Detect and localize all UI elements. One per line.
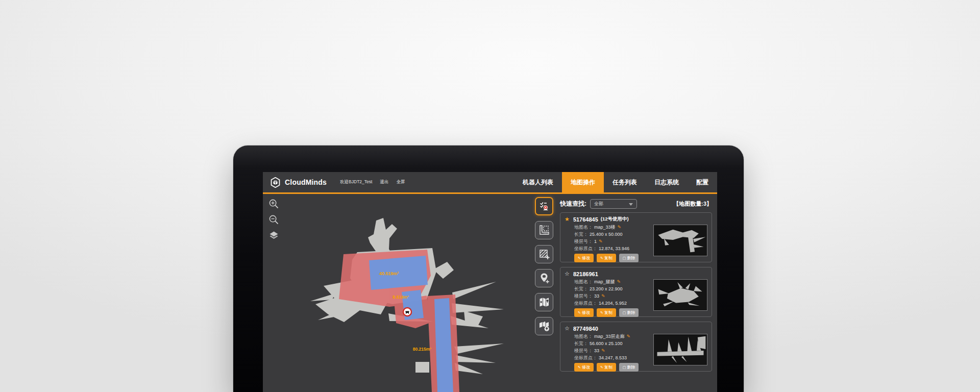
map-status: (12号使用中) xyxy=(601,216,629,223)
floor-value: 33 xyxy=(594,348,599,353)
zone-area-label-3: 80.215m² xyxy=(413,347,432,352)
star-hollow-icon[interactable]: ☆ xyxy=(565,326,570,331)
map-size-value: 25.400 x 50.000 xyxy=(590,232,623,237)
page-background: CloudMinds 欢迎BJDT2_Test 退出 全屏 机器人列表 地图操作… xyxy=(0,0,980,392)
occupancy-map[interactable]: 40.519m² 8.614m² 80.215m² xyxy=(263,194,532,392)
nav-tabs: 机器人列表 地图操作 任务列表 日志系统 配置 xyxy=(514,172,717,192)
tab-robot-list[interactable]: 机器人列表 xyxy=(514,172,562,192)
pencil-icon: ✎ xyxy=(600,311,603,315)
floor-value: 33 xyxy=(594,293,599,299)
map-upload-icon xyxy=(538,320,550,332)
origin-value: 14.204, 5.952 xyxy=(599,301,627,306)
tab-map-operation[interactable]: 地图操作 xyxy=(562,172,604,192)
pencil-icon: ✎ xyxy=(600,256,603,260)
zoom-in-icon[interactable] xyxy=(268,198,279,209)
cloudminds-logo-icon xyxy=(270,177,281,188)
delete-icon: ▢ xyxy=(623,365,626,370)
tool-map-annotate[interactable] xyxy=(535,293,553,311)
map-zoom-controls xyxy=(268,198,279,241)
map-filter-select[interactable]: 全部 xyxy=(590,199,637,209)
zoom-out-icon[interactable] xyxy=(268,214,279,225)
map-tools-column xyxy=(532,194,556,392)
map-name-value: map_33层走廊 xyxy=(594,333,625,340)
pencil-icon: ✎ xyxy=(578,365,581,370)
tool-task-point-list[interactable] xyxy=(535,197,553,215)
tab-log-system[interactable]: 日志系统 xyxy=(646,172,688,192)
map-thumbnail[interactable] xyxy=(653,334,707,365)
copy-map-button[interactable]: ✎复制 xyxy=(597,254,616,262)
tab-settings[interactable]: 配置 xyxy=(688,172,717,192)
tool-measure-area[interactable] xyxy=(535,221,553,239)
task-point-list-icon xyxy=(538,200,550,212)
map-filter-value: 全部 xyxy=(594,201,603,207)
layers-icon[interactable] xyxy=(268,230,279,241)
star-hollow-icon[interactable]: ☆ xyxy=(565,271,570,277)
map-list-panel: 快速查找: 全部 【地图数量:3】 ★ 51764845 (12号使用中) xyxy=(556,194,717,392)
copy-map-button[interactable]: ✎复制 xyxy=(597,308,616,317)
map-size-value: 56.600 x 25.100 xyxy=(590,341,623,346)
virtual-wall-add-icon xyxy=(538,248,550,260)
tool-point-add[interactable] xyxy=(535,269,553,287)
map-id: 82186961 xyxy=(573,271,598,277)
map-canvas[interactable]: 40.519m² 8.614m² 80.215m² xyxy=(263,194,532,392)
delete-map-button[interactable]: ▢删除 xyxy=(619,254,639,262)
tool-map-upload[interactable] xyxy=(535,317,553,335)
brand-name: CloudMinds xyxy=(285,178,327,186)
map-size-value: 23.200 x 22.900 xyxy=(590,286,623,291)
edit-pencil-icon[interactable]: ✎ xyxy=(599,239,603,244)
map-card-82186961: ☆ 82186961 地图名：map_腿腿✎ 长宽：23.200 x 22.90… xyxy=(560,267,712,317)
origin-value: 34.247, 8.533 xyxy=(599,355,627,360)
chevron-down-icon xyxy=(629,203,633,206)
top-navbar: CloudMinds 欢迎BJDT2_Test 退出 全屏 机器人列表 地图操作… xyxy=(263,172,717,192)
fullscreen-link[interactable]: 全屏 xyxy=(396,179,405,185)
edit-pencil-icon[interactable]: ✎ xyxy=(617,279,621,284)
map-count-badge: 【地图数量:3】 xyxy=(673,200,712,208)
laptop-mockup: CloudMinds 欢迎BJDT2_Test 退出 全屏 机器人列表 地图操作… xyxy=(233,145,744,392)
pencil-icon: ✎ xyxy=(600,365,603,370)
welcome-text: 欢迎BJDT2_Test xyxy=(340,179,372,185)
delete-map-button[interactable]: ▢删除 xyxy=(619,308,639,317)
logout-link[interactable]: 退出 xyxy=(380,179,388,185)
zone-area-label-1: 40.519m² xyxy=(379,271,399,276)
pencil-icon: ✎ xyxy=(578,256,581,260)
edit-pencil-icon[interactable]: ✎ xyxy=(627,334,631,339)
map-card-51764845: ★ 51764845 (12号使用中) 地图名：map_33楼✎ 长宽：25.4… xyxy=(560,212,712,262)
map-id: 87749840 xyxy=(573,326,598,332)
tool-virtual-wall-add[interactable] xyxy=(535,245,553,263)
robot-position-marker xyxy=(403,308,411,316)
copy-map-button[interactable]: ✎复制 xyxy=(597,363,616,372)
map-id: 51764845 xyxy=(573,216,598,223)
edit-pencil-icon[interactable]: ✎ xyxy=(618,225,622,230)
map-name-value: map_腿腿 xyxy=(594,279,615,285)
map-annotate-icon xyxy=(538,296,550,308)
app-screen: CloudMinds 欢迎BJDT2_Test 退出 全屏 机器人列表 地图操作… xyxy=(263,172,717,392)
edit-pencil-icon[interactable]: ✎ xyxy=(601,293,605,299)
tab-task-list[interactable]: 任务列表 xyxy=(604,172,646,192)
map-card-87749840: ☆ 87749840 地图名：map_33层走廊✎ 长宽：56.600 x 25… xyxy=(560,322,712,372)
map-name-value: map_33楼 xyxy=(594,224,616,231)
edit-map-button[interactable]: ✎修改 xyxy=(574,308,594,317)
edit-map-button[interactable]: ✎修改 xyxy=(574,254,594,262)
point-add-icon xyxy=(538,272,550,284)
star-filled-icon[interactable]: ★ xyxy=(565,216,570,222)
edit-map-button[interactable]: ✎修改 xyxy=(574,363,594,372)
delete-icon: ▢ xyxy=(623,256,626,260)
brand-logo: CloudMinds xyxy=(263,177,327,188)
floor-value: 1 xyxy=(594,239,597,244)
delete-icon: ▢ xyxy=(623,311,626,315)
delete-map-button[interactable]: ▢删除 xyxy=(619,363,639,372)
measure-area-icon xyxy=(538,224,550,236)
map-thumbnail[interactable] xyxy=(653,279,707,311)
map-thumbnail[interactable] xyxy=(653,225,707,256)
edit-pencil-icon[interactable]: ✎ xyxy=(601,348,605,353)
pencil-icon: ✎ xyxy=(578,311,581,315)
origin-value: 12.874, 33.946 xyxy=(599,246,629,251)
zone-area-label-2: 8.614m² xyxy=(393,295,409,300)
quick-search-label: 快速查找: xyxy=(560,200,586,208)
